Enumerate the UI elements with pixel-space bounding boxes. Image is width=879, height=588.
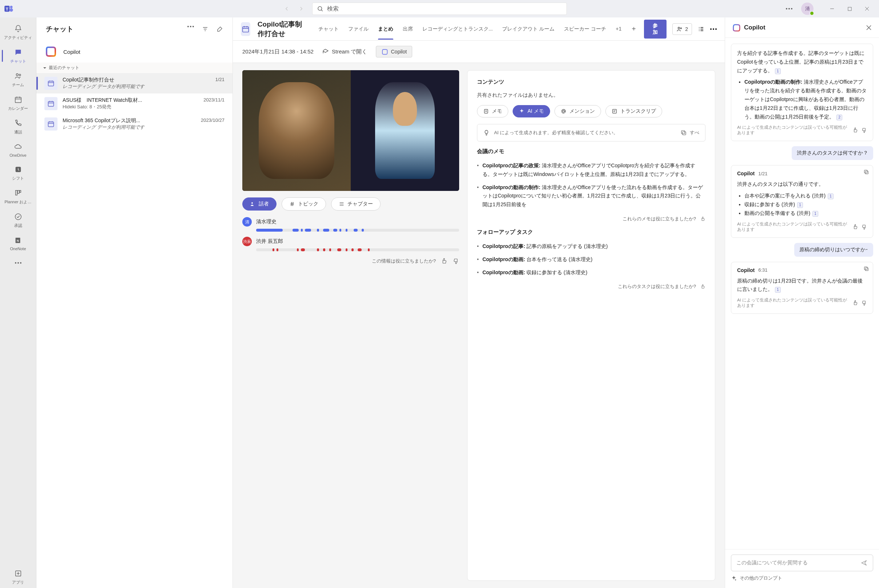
copy-button[interactable] (863, 169, 869, 175)
content-filter-pills: メモ AI メモ メンション トランスクリプ (477, 105, 705, 117)
reference-chip[interactable]: 1 (775, 287, 781, 293)
copilot-input[interactable]: この会議について何か質問する (731, 555, 873, 571)
window-close[interactable] (859, 3, 875, 15)
svg-rect-44 (864, 267, 867, 270)
pill-memo[interactable]: メモ (477, 105, 508, 117)
user-avatar[interactable]: 清 (801, 3, 813, 15)
meeting-icon (44, 77, 57, 90)
rail-more[interactable] (2, 255, 35, 270)
new-chat-button[interactable] (216, 26, 223, 32)
reference-chip[interactable]: 1 (775, 68, 781, 74)
titlebar: T 検索 清 (0, 0, 879, 18)
chat-item[interactable]: ASUS様 INTERNET Watch取材... Hideki Sato: 8… (36, 93, 233, 114)
chat-item[interactable]: Microsoft 365 Copilotプレス説明... レコーディング デー… (36, 114, 233, 134)
thumbs-up-button[interactable] (700, 284, 705, 289)
list-view-button[interactable] (698, 26, 705, 32)
thumbs-up-button[interactable] (441, 258, 448, 264)
meeting-title: Copilot記事制作打合せ (258, 20, 307, 39)
memo-heading: 会議のメモ (477, 148, 705, 155)
sparkle-icon (731, 575, 737, 581)
speaker-timeline[interactable] (256, 248, 459, 251)
other-prompts-button[interactable]: その他のプロンプト (731, 575, 873, 582)
reference-chip[interactable]: 2 (837, 114, 842, 120)
rail-approvals[interactable]: 承認 (2, 209, 35, 231)
rail-shifts[interactable]: シフト (2, 162, 35, 184)
chat-group-recent[interactable]: 最近のチャット (36, 63, 233, 73)
speaker-row: 渋辰渋井 辰五郎 (242, 237, 459, 251)
speaker-timeline[interactable] (256, 229, 459, 232)
thumbs-down-button[interactable] (452, 258, 459, 264)
rail-calendar[interactable]: カレンダー (2, 92, 35, 114)
titlebar-more[interactable] (784, 6, 795, 12)
thumbs-down-button[interactable] (861, 300, 867, 306)
tab-files[interactable]: ファイル (348, 18, 368, 40)
copilot-close-button[interactable] (866, 25, 872, 30)
view-tab-chapter[interactable]: チャプター (331, 198, 380, 210)
rail-onedrive[interactable]: OneDrive (2, 139, 35, 160)
reference-chip[interactable]: 1 (813, 211, 818, 217)
view-tab-speaker[interactable]: 話者 (242, 198, 276, 210)
chat-list-header: チャット (36, 18, 233, 41)
thumbs-up-button[interactable] (852, 300, 858, 306)
copy-icon[interactable] (680, 129, 687, 136)
participants-button[interactable]: 2 (672, 23, 692, 35)
view-tab-topic[interactable]: トピック (282, 198, 326, 210)
nav-back[interactable] (280, 2, 293, 15)
main-content: Copilot記事制作打合せ チャット ファイル まとめ 出席 レコーディングと… (233, 18, 725, 588)
recording-thumbnail[interactable] (242, 70, 459, 191)
thumbs-down-button[interactable] (861, 127, 867, 133)
svg-point-19 (15, 262, 17, 264)
rail-apps[interactable]: アプリ (2, 566, 35, 588)
tab-attendance[interactable]: 出席 (403, 18, 413, 40)
pill-mention[interactable]: メンション (554, 105, 601, 117)
tab-speaker-coach[interactable]: スピーカー コーチ (564, 18, 606, 40)
meeting-head-more[interactable] (710, 28, 717, 30)
open-in-stream[interactable]: Stream で開く (322, 48, 367, 55)
tab-breakout[interactable]: ブレイクアウト ルーム (502, 18, 554, 40)
chat-list-more[interactable] (187, 26, 194, 32)
followup-feedback-label: これらのタスクは役に立ちましたか? (618, 283, 696, 290)
svg-point-35 (251, 202, 253, 204)
tab-recap[interactable]: まとめ (378, 18, 393, 40)
svg-point-33 (713, 28, 714, 30)
window-maximize[interactable] (841, 3, 858, 15)
reference-chip[interactable]: 1 (828, 194, 834, 199)
copilot-title: Copilot (744, 24, 765, 31)
rail-onenote[interactable]: NOneNote (2, 233, 35, 254)
copilot-response-card: 方を紹介する記事を作成する。記事のターゲットは既にCopilotを使っている上位… (731, 44, 873, 141)
meeting-avatar-icon (241, 22, 250, 36)
search-input[interactable]: 検索 (312, 3, 567, 15)
chat-copilot-entry[interactable]: Copilot (36, 41, 233, 63)
nav-forward[interactable] (295, 2, 308, 15)
copilot-header: Copilot (725, 18, 879, 38)
speaker-avatar: 渋辰 (242, 237, 252, 246)
chat-list-filter[interactable] (202, 26, 209, 32)
reference-chip[interactable]: 1 (797, 202, 803, 208)
svg-text:T: T (6, 6, 8, 11)
send-button[interactable] (861, 559, 868, 567)
thumbs-up-button[interactable] (700, 216, 705, 222)
rail-calls[interactable]: 通話 (2, 116, 35, 138)
tab-chat[interactable]: チャット (319, 18, 339, 40)
thumbs-up-button[interactable] (852, 127, 858, 133)
thumbs-down-button[interactable] (861, 224, 867, 230)
svg-point-34 (715, 28, 717, 30)
tab-add[interactable] (631, 18, 637, 40)
copy-button[interactable] (863, 266, 869, 272)
svg-rect-29 (243, 27, 249, 32)
thumbs-up-button[interactable] (852, 224, 858, 230)
pill-transcript[interactable]: トランスクリプ (606, 105, 662, 117)
sparkle-icon (519, 108, 524, 114)
rail-teams[interactable]: チーム (2, 68, 35, 90)
join-button[interactable]: 参加 (644, 20, 667, 39)
chat-item[interactable]: Copilot記事制作打合せ レコーディング データが利用可能です 1/21 (36, 73, 233, 93)
copilot-toggle-chip[interactable]: Copilot (376, 46, 412, 57)
tab-recording[interactable]: レコーディングとトランスク... (422, 18, 493, 40)
rail-activity[interactable]: アクティビティ (2, 21, 35, 43)
rail-planner[interactable]: Planner およ… (2, 186, 35, 208)
rail-chat[interactable]: チャット (2, 45, 35, 67)
window-minimize[interactable] (824, 3, 840, 15)
svg-rect-8 (848, 7, 851, 10)
pill-ai-memo[interactable]: AI メモ (512, 105, 550, 117)
tab-more[interactable]: +1 (616, 18, 621, 40)
